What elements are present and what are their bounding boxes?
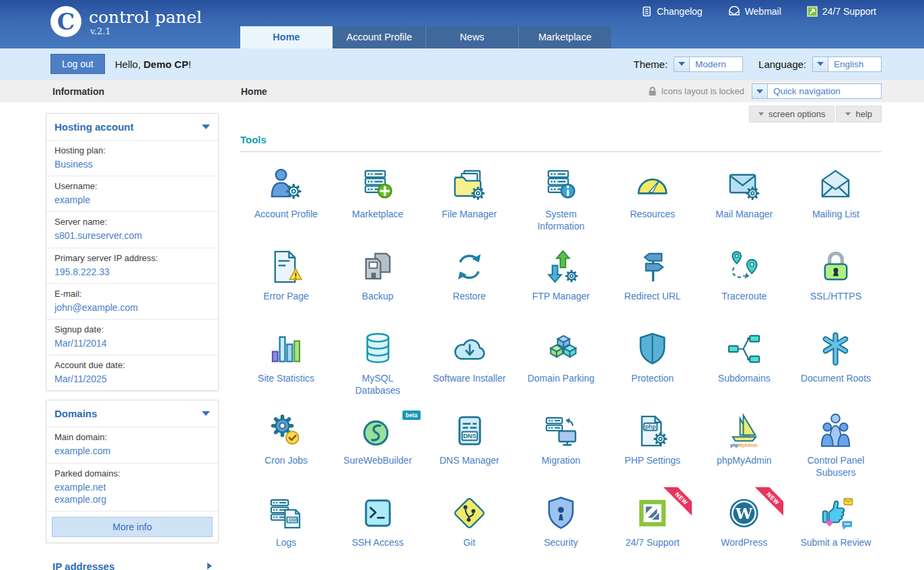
sidebar-item-ip-addresses[interactable]: IP addresses	[46, 552, 219, 570]
tab-news[interactable]: News	[425, 26, 518, 48]
tool-domain-parking[interactable]: Domain Parking	[515, 324, 606, 406]
tools-grid: Account ProfileMarketplaceFile ManagerSy…	[240, 160, 882, 570]
tool-redirect-url[interactable]: Redirect URL	[607, 242, 699, 324]
tool-protection[interactable]: Protection	[607, 324, 699, 406]
header-link-label: Webmail	[745, 6, 781, 17]
field-label: Hosting plan:	[55, 145, 210, 155]
more-info-button[interactable]: More info	[52, 517, 213, 537]
tool-label: Subdomains	[707, 373, 782, 385]
theme-select[interactable]: Modern	[674, 57, 743, 72]
chevron-down-icon	[202, 124, 210, 129]
marketplace-icon	[359, 166, 396, 203]
field-value: Mar/11/2014	[55, 337, 210, 349]
submit-a-review-icon	[817, 495, 854, 532]
greeting-text: Hello, Demo CP!	[115, 59, 191, 70]
beta-badge: beta	[402, 411, 421, 420]
help-button[interactable]: help	[836, 106, 882, 122]
screen-options-button[interactable]: screen options	[749, 106, 835, 122]
panel-header-hosting-account[interactable]: Hosting account	[46, 114, 218, 140]
tab-home[interactable]: Home	[240, 26, 332, 48]
tool-ftp-manager[interactable]: FTP Manager	[515, 242, 606, 324]
field-parked-domains: Parked domains:example.netexample.org	[46, 463, 218, 511]
tool-migration[interactable]: Migration	[515, 406, 606, 489]
chevron-down-icon	[845, 112, 851, 116]
tool-marketplace[interactable]: Marketplace	[332, 160, 423, 242]
tab-account-profile[interactable]: Account Profile	[332, 26, 425, 48]
traceroute-icon	[725, 248, 762, 285]
tools-section-title: Tools	[240, 134, 882, 145]
tab-marketplace[interactable]: Marketplace	[518, 26, 611, 48]
tool-account-profile[interactable]: Account Profile	[240, 160, 332, 242]
language-select[interactable]: English	[812, 57, 882, 72]
chevron-down-icon	[674, 57, 690, 71]
tool-24-7-support[interactable]: NEW24/7 Support	[607, 489, 699, 570]
tool-security[interactable]: Security	[515, 489, 606, 570]
tool-label: File Manager	[431, 209, 507, 221]
tool-subdomains[interactable]: Subdomains	[699, 324, 790, 406]
cron-jobs-icon	[268, 413, 305, 450]
tool-resources[interactable]: Resources	[607, 160, 699, 242]
header-link-24-7-support[interactable]: 24/7 Support	[807, 6, 876, 17]
dns-manager-icon: DNS	[451, 413, 488, 450]
app-header: C control panel v.2.1 ChangelogWebmail24…	[0, 0, 924, 48]
tool-mailing-list[interactable]: Mailing List	[790, 160, 882, 242]
tool-backup[interactable]: Backup	[332, 242, 423, 324]
tool-label: Document Roots	[798, 373, 874, 385]
field-primary-server-ip-address: Primary server IP address:195.8.222.33	[46, 248, 218, 283]
field-label: Username:	[55, 181, 210, 191]
tool-php-settings[interactable]: phpPHP Settings	[607, 406, 699, 489]
protection-icon	[634, 330, 671, 367]
tool-file-manager[interactable]: File Manager	[423, 160, 515, 242]
subdomains-icon	[725, 330, 762, 367]
tool-mysql-databases[interactable]: MySQL Databases	[332, 324, 423, 406]
tool-label: Security	[523, 537, 598, 549]
tool-logs[interactable]: LOGSLogs	[240, 489, 332, 570]
sidebar-item-label: IP addresses	[52, 561, 114, 570]
svg-text:LOGS: LOGS	[286, 517, 298, 522]
header-link-webmail[interactable]: Webmail	[728, 6, 781, 17]
tool-label: SSH Access	[340, 537, 415, 549]
tool-label: Logs	[248, 537, 324, 549]
tool-surewebbuilder[interactable]: betaSureWebBuilder	[332, 406, 423, 489]
tool-label: Site Statistics	[248, 373, 324, 385]
tool-system-information[interactable]: System Information	[515, 160, 606, 242]
tool-label: phpMyAdmin	[707, 455, 782, 467]
tool-restore[interactable]: Restore	[423, 242, 515, 324]
logout-button[interactable]: Log out	[50, 54, 105, 74]
tool-control-panel-subusers[interactable]: Control Panel Subusers	[790, 406, 882, 489]
field-signup-date: Signup date:Mar/11/2014	[46, 319, 218, 355]
tool-submit-a-review[interactable]: Submit a Review	[790, 489, 882, 570]
tool-git[interactable]: Git	[423, 489, 515, 570]
header-link-changelog[interactable]: Changelog	[641, 6, 703, 17]
header-link-label: Changelog	[657, 6, 703, 17]
chevron-down-icon	[202, 411, 210, 416]
error-page-icon	[268, 248, 305, 285]
tool-site-statistics[interactable]: Site Statistics	[240, 324, 332, 406]
field-label: Server name:	[55, 217, 210, 227]
surewebbuilder-icon	[359, 413, 396, 450]
tool-phpmyadmin[interactable]: phpMyAdminphpMyAdmin	[699, 406, 790, 489]
greeting-username: Demo CP	[143, 59, 188, 70]
tool-dns-manager[interactable]: DNSDNS Manager	[423, 406, 515, 489]
tool-ssl-https[interactable]: SSL/HTTPS	[790, 242, 882, 324]
screen-options-label: screen options	[769, 109, 826, 119]
tool-label: Submit a Review	[798, 537, 874, 549]
app-logo[interactable]: C control panel v.2.1	[50, 6, 202, 37]
tool-traceroute[interactable]: Traceroute	[699, 242, 790, 324]
changelog-icon	[641, 6, 652, 17]
tool-cron-jobs[interactable]: Cron Jobs	[240, 406, 332, 489]
quick-navigation-value: Quick navigation	[768, 84, 881, 98]
tool-software-installer[interactable]: Software Installer	[423, 324, 515, 406]
lock-icon	[648, 86, 657, 96]
field-label: E-mail:	[55, 289, 210, 299]
tool-wordpress[interactable]: WNEWWordPress	[699, 489, 790, 570]
tool-label: Error Page	[248, 291, 324, 303]
panel-header-domains[interactable]: Domains	[46, 400, 218, 427]
tool-error-page[interactable]: Error Page	[240, 242, 332, 324]
tool-ssh-access[interactable]: SSH Access	[332, 489, 423, 570]
tool-mail-manager[interactable]: Mail Manager	[699, 160, 790, 242]
ssh-access-icon	[359, 495, 396, 532]
tool-label: Backup	[340, 291, 415, 303]
tool-document-roots[interactable]: Document Roots	[790, 324, 882, 406]
quick-navigation-select[interactable]: Quick navigation	[752, 83, 882, 99]
